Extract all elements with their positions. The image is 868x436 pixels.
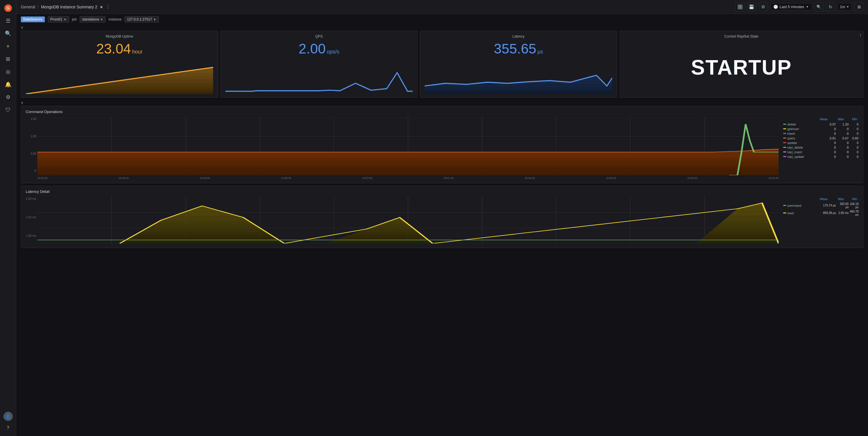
legend-mean-header: Mean xyxy=(813,118,828,121)
update-max: 0 xyxy=(837,141,848,144)
legend-row-delete[interactable]: delete 0.07 1.33 0 xyxy=(783,122,859,127)
getmore-min: 0 xyxy=(850,127,859,131)
add-icon[interactable]: + xyxy=(2,40,14,52)
getmore-mean: 0 xyxy=(822,127,836,131)
clock-icon: 🕐 xyxy=(773,5,778,9)
stat-panels-row: MongoDB Uptime 23.04 hour xyxy=(21,31,863,98)
menu-toggle-icon[interactable]: ☰ xyxy=(2,15,14,27)
delete-label: delete xyxy=(787,123,820,126)
latency-detail-title: Latency Detail xyxy=(26,189,859,194)
legend-row-getmore[interactable]: getmore 0 0 0 xyxy=(783,127,859,131)
share-icon[interactable]: ⋮ xyxy=(105,4,110,9)
insert-label: insert xyxy=(787,132,820,135)
latency-sparkline xyxy=(425,57,612,94)
user-avatar[interactable]: 👤 xyxy=(3,412,13,421)
latency-legend-min-header: Min xyxy=(848,197,857,201)
latency-value: 355.65 μs xyxy=(425,41,612,57)
latency-detail-panel: Latency Detail 2.00 ms 1.50 ms 1.00 ms xyxy=(21,186,863,248)
x-label-3: 15:56:30 xyxy=(281,177,291,179)
qps-panel: QPS 2.00 ops/s xyxy=(220,31,418,98)
command-ops-yaxis: 1.50 1.00 0.50 0 xyxy=(26,118,36,179)
shield-icon[interactable]: 🛡 xyxy=(2,104,14,116)
breadcrumb-separator: / xyxy=(38,5,39,9)
latency-legend-header: Mean Max Min xyxy=(783,197,859,201)
add-panel-button[interactable] xyxy=(736,2,745,11)
y-label-100: 1.00 xyxy=(31,135,36,138)
replset-value: STARTUP xyxy=(624,41,859,94)
getmore-color-dot xyxy=(783,128,786,129)
latency-panel: Latency 355.65 μs xyxy=(420,31,617,98)
info-icon[interactable]: i xyxy=(860,33,861,37)
query-max: 0.67 xyxy=(837,136,848,140)
topbar-actions: 💾 ⚙ 🕐 Last 5 minutes ▼ 🔍 ↻ 1m ▼ 🖥 xyxy=(736,2,863,11)
repl-insert-min: 0 xyxy=(850,150,859,154)
latency-number: 355.65 xyxy=(494,41,536,57)
section-collapse-mid[interactable]: ∨ xyxy=(21,100,863,106)
zoom-out-button[interactable]: 🔍 xyxy=(814,2,824,11)
read-label: read xyxy=(787,211,820,215)
x-label-5: 15:57:30 xyxy=(443,177,454,179)
star-icon[interactable]: ★ xyxy=(99,5,103,9)
legend-row-read[interactable]: read 859.38 μs 2.05 ms 460.78 μs xyxy=(783,209,859,217)
qps-sparkline xyxy=(225,57,413,94)
grafana-logo[interactable]: G xyxy=(2,2,14,14)
instance-dropdown[interactable]: 127.0.0.1:27017 ▼ xyxy=(124,16,159,23)
read-min: 460.78 μs xyxy=(850,210,859,216)
query-label: query xyxy=(787,136,820,140)
settings-icon[interactable]: ⚙ xyxy=(2,91,14,103)
dashboard-settings-button[interactable]: ⚙ xyxy=(758,2,768,11)
job-dropdown[interactable]: standalone ▼ xyxy=(80,16,106,23)
x-label-1: 15:55:30 xyxy=(119,177,129,179)
legend-row-command[interactable]: command 170.74 μs 355.65 μs 109.19 μs xyxy=(783,202,859,209)
job-value: standalone xyxy=(82,18,99,22)
latency-legend-mean-header: Mean xyxy=(813,197,828,201)
y-label-2ms: 2.00 ms xyxy=(26,197,36,200)
latency-unit: μs xyxy=(537,49,543,55)
repl-insert-color-dot xyxy=(783,152,786,153)
dashboards-icon[interactable]: ⊞ xyxy=(2,53,14,65)
legend-row-query[interactable]: query 0.61 0.67 0.60 xyxy=(783,136,859,140)
save-button[interactable]: 💾 xyxy=(747,2,756,11)
read-max: 2.05 ms xyxy=(837,211,848,214)
explore-icon[interactable]: ◎ xyxy=(2,66,14,77)
chevron-down-icon: ▼ xyxy=(806,5,809,8)
repl-update-mean: 0 xyxy=(822,155,836,159)
legend-row-repl-delete[interactable]: repl_delete 0 0 0 xyxy=(783,145,859,150)
datasource-dropdown[interactable]: Prom01 ▼ xyxy=(48,16,69,23)
breadcrumb-general[interactable]: General xyxy=(21,5,35,9)
legend-row-repl-update[interactable]: repl_update 0 0 0 xyxy=(783,155,859,159)
refresh-interval-label: 1m xyxy=(840,5,845,9)
svg-rect-3 xyxy=(740,5,742,7)
repl-update-label: repl_update xyxy=(787,155,820,159)
update-label: update xyxy=(787,141,820,144)
repl-insert-label: repl_insert xyxy=(787,150,820,154)
qps-unit: ops/s xyxy=(327,49,339,55)
repl-delete-color-dot xyxy=(783,147,786,148)
delete-max: 1.33 xyxy=(837,123,848,126)
repl-insert-mean: 0 xyxy=(822,150,836,154)
help-icon[interactable]: ? xyxy=(2,422,14,434)
search-icon[interactable]: 🔍 xyxy=(2,28,14,39)
time-range-label: Last 5 minutes xyxy=(780,5,804,9)
uptime-panel: MongoDB Uptime 23.04 hour xyxy=(21,31,218,98)
legend-row-repl-insert[interactable]: repl_insert 0 0 0 xyxy=(783,150,859,155)
instance-value: 127.0.0.1:27017 xyxy=(127,18,152,22)
latency-detail-svg-wrap xyxy=(37,197,779,244)
legend-row-update[interactable]: update 0 0 0 xyxy=(783,140,859,145)
delete-min: 0 xyxy=(850,123,859,126)
time-range-picker[interactable]: 🕐 Last 5 minutes ▼ xyxy=(770,3,812,10)
section-collapse-top[interactable]: ∨ xyxy=(21,25,863,31)
latency-detail-yaxis: 2.00 ms 1.50 ms 1.00 ms xyxy=(26,197,36,244)
refresh-interval-picker[interactable]: 1m ▼ xyxy=(837,3,852,10)
svg-rect-2 xyxy=(738,5,740,7)
datasource-value: Prom01 xyxy=(50,18,62,22)
job-label: job xyxy=(72,18,77,22)
sidebar: G ☰ 🔍 + ⊞ ◎ 🔔 ⚙ 🛡 👤 ? xyxy=(0,0,16,436)
x-label-2: 15:56:00 xyxy=(200,177,210,179)
refresh-button[interactable]: ↻ xyxy=(826,2,835,11)
command-max: 355.65 μs xyxy=(837,202,848,209)
insert-max: 0 xyxy=(837,132,848,135)
alerting-icon[interactable]: 🔔 xyxy=(2,79,14,90)
tv-mode-button[interactable]: 🖥 xyxy=(854,2,863,11)
legend-row-insert[interactable]: insert 0 0 0 xyxy=(783,131,859,136)
